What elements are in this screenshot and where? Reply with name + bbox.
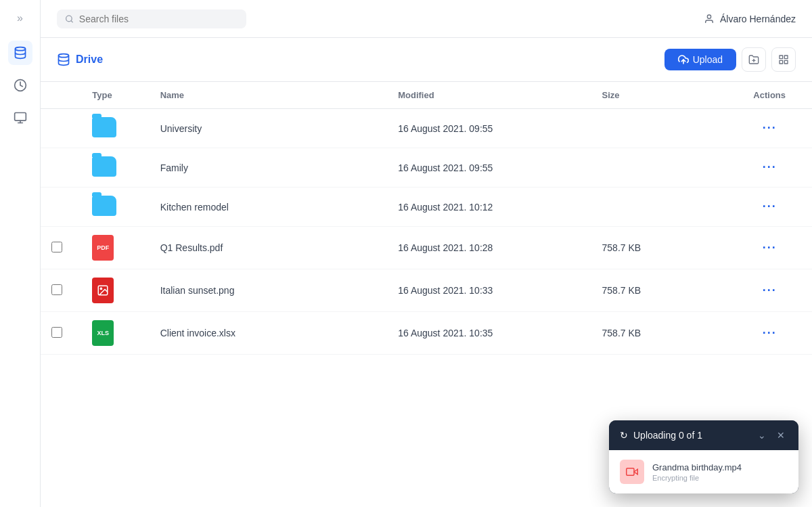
row-checkbox[interactable]	[51, 327, 62, 338]
row-more-button[interactable]: ···	[763, 284, 777, 298]
topbar: Álvaro Hernández	[41, 0, 812, 38]
folder-icon	[92, 156, 116, 177]
row-more-button[interactable]: ···	[763, 326, 777, 340]
row-checkbox-cell	[41, 109, 81, 148]
row-type-cell: PDF	[81, 227, 149, 269]
upload-spinner-icon: ↻	[620, 430, 628, 441]
svg-rect-12	[780, 56, 783, 59]
row-checkbox-cell	[41, 188, 81, 227]
row-name-cell[interactable]: Client invoice.xlsx	[150, 312, 388, 355]
row-modified-cell: 16 August 2021. 10:12	[387, 188, 591, 227]
svg-line-6	[71, 20, 72, 22]
row-type-cell: XLS	[81, 312, 149, 355]
row-more-button[interactable]: ···	[763, 121, 777, 135]
upload-icon	[678, 54, 689, 65]
folder-icon	[92, 117, 116, 137]
drive-title-text: Drive	[76, 53, 103, 66]
col-header-type: Type	[81, 82, 149, 109]
row-type-cell	[81, 148, 149, 188]
file-table-body: University16 August 2021. 09:55···Family…	[41, 109, 812, 355]
row-actions-cell: ···	[727, 109, 812, 148]
col-header-name: Name	[150, 82, 388, 109]
upload-file-name: Grandma birthday.mp4	[652, 462, 788, 472]
user-info: Álvaro Hernández	[704, 14, 796, 24]
drive-actions: Upload	[664, 47, 796, 72]
row-checkbox-cell	[41, 269, 81, 312]
table-row: Italian sunset.png16 August 2021. 10:337…	[41, 269, 812, 312]
sidebar-collapse-button[interactable]: »	[12, 7, 28, 30]
table-row: Family16 August 2021. 09:55···	[41, 148, 812, 188]
row-name-cell[interactable]: University	[150, 109, 388, 148]
row-size-cell	[591, 109, 727, 148]
row-name-cell[interactable]: Family	[150, 148, 388, 188]
folder-icon	[92, 196, 116, 216]
drive-title-area: Drive	[57, 53, 103, 66]
row-actions-cell: ···	[727, 227, 812, 269]
svg-point-17	[101, 288, 102, 289]
row-actions-cell: ···	[727, 188, 812, 227]
svg-rect-2	[14, 113, 26, 121]
row-checkbox[interactable]	[51, 242, 62, 252]
sidebar-item-drive[interactable]	[8, 41, 32, 65]
svg-point-0	[15, 47, 25, 51]
user-avatar-icon	[704, 14, 715, 24]
col-header-modified: Modified	[387, 82, 591, 109]
row-name-cell[interactable]: Italian sunset.png	[150, 269, 388, 312]
table-header-row: Type Name Modified Size Actions	[41, 82, 812, 109]
upload-file-item: Grandma birthday.mp4 Encrypting file	[620, 460, 788, 484]
sidebar-item-monitor[interactable]	[8, 106, 32, 130]
row-type-cell	[81, 109, 149, 148]
row-actions-cell: ···	[727, 269, 812, 312]
search-box[interactable]	[57, 9, 246, 28]
row-type-cell	[81, 269, 149, 312]
drive-icon	[57, 53, 70, 66]
svg-rect-13	[784, 56, 788, 59]
row-checkbox[interactable]	[51, 284, 62, 295]
svg-point-8	[59, 54, 69, 58]
pdf-icon: PDF	[92, 235, 114, 261]
svg-marker-18	[634, 469, 637, 475]
row-size-cell: 758.7 KB	[591, 227, 727, 269]
row-name-cell[interactable]: Kitchen remodel	[150, 188, 388, 227]
row-more-button[interactable]: ···	[763, 241, 777, 255]
drive-header: Drive Upload	[41, 38, 812, 82]
sidebar-item-history[interactable]	[8, 73, 32, 97]
grid-view-button[interactable]	[771, 47, 796, 72]
xls-icon: XLS	[92, 320, 114, 346]
upload-label: Upload	[693, 54, 723, 65]
row-more-button[interactable]: ···	[763, 200, 777, 214]
row-more-button[interactable]: ···	[763, 160, 777, 175]
col-header-check	[41, 82, 81, 109]
upload-file-status: Encrypting file	[652, 474, 788, 482]
user-name: Álvaro Hernández	[720, 14, 796, 24]
upload-minimize-button[interactable]: ⌄	[755, 428, 769, 442]
upload-panel-body: Grandma birthday.mp4 Encrypting file	[609, 450, 798, 493]
row-modified-cell: 16 August 2021. 10:33	[387, 269, 591, 312]
table-row: University16 August 2021. 09:55···	[41, 109, 812, 148]
upload-close-button[interactable]: ✕	[774, 428, 788, 442]
search-input[interactable]	[79, 14, 238, 24]
row-size-cell: 758.7 KB	[591, 312, 727, 355]
table-row: PDFQ1 Results.pdf16 August 2021. 10:2875…	[41, 227, 812, 269]
upload-button[interactable]: Upload	[664, 49, 736, 70]
row-modified-cell: 16 August 2021. 10:28	[387, 227, 591, 269]
svg-rect-14	[780, 60, 783, 64]
new-folder-button[interactable]	[742, 47, 766, 72]
svg-point-7	[707, 15, 710, 18]
svg-rect-15	[784, 60, 788, 64]
upload-panel-header: ↻ Uploading 0 of 1 ⌄ ✕	[609, 420, 798, 450]
col-header-size: Size	[591, 82, 727, 109]
upload-file-info: Grandma birthday.mp4 Encrypting file	[652, 462, 788, 482]
row-size-cell: 758.7 KB	[591, 269, 727, 312]
upload-file-thumbnail	[620, 460, 644, 484]
grid-icon	[778, 54, 789, 65]
row-actions-cell: ···	[727, 312, 812, 355]
upload-panel: ↻ Uploading 0 of 1 ⌄ ✕ Grandma birthday.…	[609, 420, 798, 493]
row-name-cell[interactable]: Q1 Results.pdf	[150, 227, 388, 269]
svg-rect-19	[627, 468, 634, 476]
upload-panel-action-buttons: ⌄ ✕	[755, 428, 788, 442]
png-icon	[92, 278, 114, 303]
search-icon	[65, 14, 74, 24]
row-modified-cell: 16 August 2021. 09:55	[387, 109, 591, 148]
row-checkbox-cell	[41, 312, 81, 355]
